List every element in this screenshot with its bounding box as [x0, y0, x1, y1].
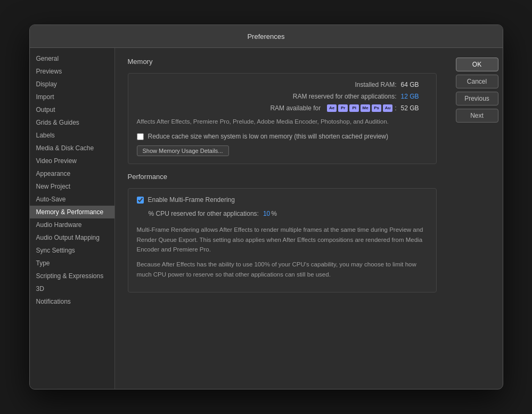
previous-button[interactable]: Previous: [456, 92, 498, 105]
sidebar-item-sync-settings[interactable]: Sync Settings: [30, 244, 114, 257]
cpu-value: 10: [263, 210, 270, 217]
pl-icon: Pl: [349, 104, 359, 112]
dialog-body: General Previews Display Import Output G…: [30, 48, 503, 389]
cpu-unit: %: [271, 210, 277, 217]
available-ram-label: RAM available for: [270, 104, 321, 112]
reserved-ram-label: RAM reserved for other applications:: [293, 93, 397, 100]
sidebar-item-memory-performance[interactable]: Memory & Performance: [30, 206, 114, 218]
reserved-ram-row: RAM reserved for other applications: 12 …: [137, 93, 428, 100]
sidebar-item-previews[interactable]: Previews: [30, 65, 114, 78]
enable-multiframe-checkbox[interactable]: [137, 197, 144, 204]
ae-icon: Ae: [327, 104, 337, 112]
ok-button[interactable]: OK: [456, 58, 498, 71]
available-ram-row: RAM available for Ae Pr Pl Me Ps Au : 52…: [137, 104, 428, 112]
preferences-dialog: Preferences General Previews Display Imp…: [29, 25, 503, 389]
next-button[interactable]: Next: [456, 109, 498, 123]
available-ram-value: 52 GB: [401, 104, 428, 112]
sidebar-item-notifications[interactable]: Notifications: [30, 295, 114, 308]
sidebar-item-general[interactable]: General: [30, 52, 114, 65]
installed-ram-label: Installed RAM:: [355, 81, 396, 88]
reduce-cache-checkbox[interactable]: [137, 133, 144, 140]
sidebar-item-scripting-expressions[interactable]: Scripting & Expressions: [30, 270, 114, 282]
ps-icon: Ps: [372, 104, 381, 112]
reserved-ram-value: 12 GB: [401, 93, 428, 100]
sidebar-item-labels[interactable]: Labels: [30, 129, 114, 142]
sidebar: General Previews Display Import Output G…: [30, 48, 115, 389]
main-content: Memory Installed RAM: 64 GB RAM reserved…: [115, 48, 449, 389]
sidebar-item-appearance[interactable]: Appearance: [30, 167, 114, 180]
sidebar-item-output[interactable]: Output: [30, 103, 114, 116]
installed-ram-value: 64 GB: [401, 81, 428, 88]
sidebar-item-video-preview[interactable]: Video Preview: [30, 155, 114, 167]
memory-section-title: Memory: [128, 58, 437, 66]
sidebar-item-new-project[interactable]: New Project: [30, 180, 114, 193]
performance-section-title: Performance: [128, 173, 437, 181]
affects-text: Affects After Effects, Premiere Pro, Pre…: [137, 117, 428, 126]
dialog-title: Preferences: [247, 33, 284, 40]
sidebar-item-grids-guides[interactable]: Grids & Guides: [30, 116, 114, 129]
performance-section: Enable Multi-Frame Rendering % CPU reser…: [128, 188, 437, 293]
sidebar-item-import[interactable]: Import: [30, 91, 114, 103]
available-separator: :: [395, 104, 396, 112]
au-icon: Au: [383, 104, 392, 112]
sidebar-item-auto-save[interactable]: Auto-Save: [30, 193, 114, 206]
cancel-button[interactable]: Cancel: [456, 75, 498, 88]
pr-icon: Pr: [338, 104, 348, 112]
enable-multiframe-row: Enable Multi-Frame Rendering: [137, 196, 428, 204]
installed-ram-row: Installed RAM: 64 GB: [137, 81, 428, 88]
show-details-button[interactable]: Show Memory Usage Details...: [137, 145, 229, 156]
perf-desc-1: Multi-Frame Rendering allows After Effec…: [137, 225, 428, 254]
sidebar-item-display[interactable]: Display: [30, 78, 114, 91]
cpu-row: % CPU reserved for other applications: 1…: [149, 210, 428, 217]
sidebar-item-type[interactable]: Type: [30, 257, 114, 270]
title-bar: Preferences: [30, 25, 503, 48]
cpu-label: % CPU reserved for other applications:: [149, 210, 259, 217]
sidebar-item-audio-hardware[interactable]: Audio Hardware: [30, 218, 114, 231]
app-icons: Ae Pr Pl Me Ps Au: [327, 104, 392, 112]
enable-multiframe-label: Enable Multi-Frame Rendering: [148, 196, 235, 204]
sidebar-item-3d[interactable]: 3D: [30, 282, 114, 295]
sidebar-item-media-disk-cache[interactable]: Media & Disk Cache: [30, 142, 114, 155]
reduce-cache-label: Reduce cache size when system is low on …: [148, 133, 389, 140]
sidebar-item-audio-output-mapping[interactable]: Audio Output Mapping: [30, 231, 114, 244]
action-buttons: OK Cancel Previous Next: [449, 48, 503, 389]
reduce-cache-row: Reduce cache size when system is low on …: [137, 133, 428, 140]
perf-desc-2: Because After Effects has the ability to…: [137, 259, 428, 279]
memory-section: Installed RAM: 64 GB RAM reserved for ot…: [128, 73, 437, 164]
me-icon: Me: [361, 104, 370, 112]
